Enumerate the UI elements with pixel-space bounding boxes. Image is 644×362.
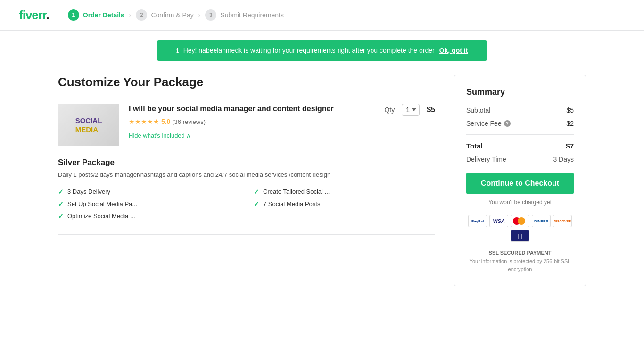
divider: [58, 234, 435, 235]
alert-icon: ℹ: [176, 47, 179, 54]
product-title: I will be your social media manager and …: [129, 104, 375, 114]
alert-link[interactable]: Ok, got it: [439, 47, 468, 54]
paypal-icon: PayPal: [468, 215, 487, 227]
package-name: Silver Package: [58, 158, 435, 167]
breadcrumb: 1 Order Details › 2 Confirm & Pay › 3 Su…: [68, 9, 284, 21]
feature-5-label: Optimize Social Media ...: [67, 213, 135, 220]
main-content: Customize Your Package SOCIAL MEDIA I wi…: [39, 75, 605, 286]
mastercard-icon: [511, 215, 529, 227]
step-2-circle: 2: [136, 9, 147, 21]
qty-label: Qty: [384, 106, 395, 114]
delivery-row: Delivery Time 3 Days: [466, 156, 574, 163]
package-details: Silver Package Daily 1 posts/2 days mana…: [58, 158, 435, 220]
header: fiverr. 1 Order Details › 2 Confirm & Pa…: [0, 0, 644, 31]
feature-1: ✓ 3 Days Delivery: [58, 188, 239, 196]
qty-price-section: Qty 1 2 3 $5: [384, 104, 435, 116]
feature-4-label: 7 Social Media Posts: [263, 200, 320, 207]
rating-score: 5.0: [161, 118, 170, 125]
subtotal-label: Subtotal: [466, 107, 490, 114]
qty-select[interactable]: 1 2 3: [402, 104, 420, 116]
no-charge-text: You won't be charged yet: [466, 199, 574, 206]
product-card: SOCIAL MEDIA I will be your social media…: [58, 104, 435, 146]
product-info: I will be your social media manager and …: [129, 104, 375, 139]
feature-3: ✓ Set Up Social Media Pa...: [58, 200, 239, 208]
delivery-value: 3 Days: [553, 156, 574, 163]
package-description: Daily 1 posts/2 days manager/hashtags an…: [58, 170, 435, 180]
product-image: SOCIAL MEDIA: [58, 104, 119, 146]
subtotal-row: Subtotal $5: [466, 107, 574, 114]
product-image-text: SOCIAL MEDIA: [75, 116, 102, 134]
diners-icon: DINERS: [532, 215, 551, 227]
step-1-circle: 1: [68, 9, 79, 21]
step-2: 2 Confirm & Pay: [136, 9, 193, 21]
discover-icon: DISCOVER: [553, 215, 572, 227]
step-1-label: Order Details: [83, 11, 124, 19]
chevron-2: ›: [198, 11, 201, 19]
service-fee-info-icon[interactable]: ?: [504, 120, 511, 127]
hide-included-link[interactable]: Hide what's included ∧: [129, 132, 191, 139]
ssl-desc: Your information is protected by 256-bit…: [466, 257, 574, 274]
logo[interactable]: fiverr.: [19, 8, 49, 23]
left-panel: Customize Your Package SOCIAL MEDIA I wi…: [58, 75, 435, 286]
total-row: Total $7: [466, 142, 574, 150]
ssl-title: SSL SECURED PAYMENT: [466, 249, 574, 257]
page-title: Customize Your Package: [58, 75, 435, 90]
summary-title: Summary: [466, 87, 574, 97]
step-3: 3 Submit Requirements: [205, 9, 284, 21]
summary-box: Summary Subtotal $5 Service Fee ? $2 Tot…: [454, 75, 586, 286]
step-2-label: Confirm & Pay: [151, 11, 193, 19]
visa-icon: VISA: [489, 215, 508, 227]
features-grid: ✓ 3 Days Delivery ✓ Create Tailored Soci…: [58, 188, 435, 220]
ssl-info: SSL SECURED PAYMENT Your information is …: [466, 249, 574, 274]
total-label: Total: [466, 142, 483, 150]
service-fee-amount: $2: [566, 120, 574, 127]
summary-divider: [466, 134, 574, 135]
checkout-button[interactable]: Continue to Checkout: [466, 173, 574, 194]
feature-4: ✓ 7 Social Media Posts: [254, 200, 435, 208]
feature-2: ✓ Create Tailored Social ...: [254, 188, 435, 196]
check-icon-2: ✓: [254, 188, 259, 196]
service-fee-label: Service Fee ?: [466, 120, 511, 127]
check-icon-4: ✓: [254, 200, 259, 208]
alert-message: Hey! nabeelahmedk is waiting for your re…: [183, 47, 435, 54]
step-3-label: Submit Requirements: [220, 11, 284, 19]
alert-banner: ℹ Hey! nabeelahmedk is waiting for your …: [157, 40, 487, 61]
chevron-1: ›: [129, 11, 132, 19]
payment-icons: PayPal VISA DINERS DISCOVER: [466, 215, 574, 242]
service-fee-row: Service Fee ? $2: [466, 120, 574, 127]
star-rating: ★★★★★: [129, 118, 159, 125]
delivery-label: Delivery Time: [466, 156, 506, 163]
other-payment-icon: |||: [511, 230, 529, 242]
rating-count: (36 reviews): [172, 118, 206, 125]
step-3-circle: 3: [205, 9, 216, 21]
check-icon-5: ✓: [58, 213, 64, 220]
subtotal-amount: $5: [566, 107, 574, 114]
check-icon-3: ✓: [58, 200, 64, 208]
product-price: $5: [427, 106, 435, 114]
step-1: 1 Order Details: [68, 9, 124, 21]
right-panel: Summary Subtotal $5 Service Fee ? $2 Tot…: [454, 75, 586, 286]
feature-2-label: Create Tailored Social ...: [263, 188, 330, 195]
feature-3-label: Set Up Social Media Pa...: [67, 200, 137, 207]
total-amount: $7: [566, 142, 574, 150]
feature-1-label: 3 Days Delivery: [67, 188, 110, 195]
feature-5: ✓ Optimize Social Media ...: [58, 213, 239, 220]
check-icon-1: ✓: [58, 188, 64, 196]
